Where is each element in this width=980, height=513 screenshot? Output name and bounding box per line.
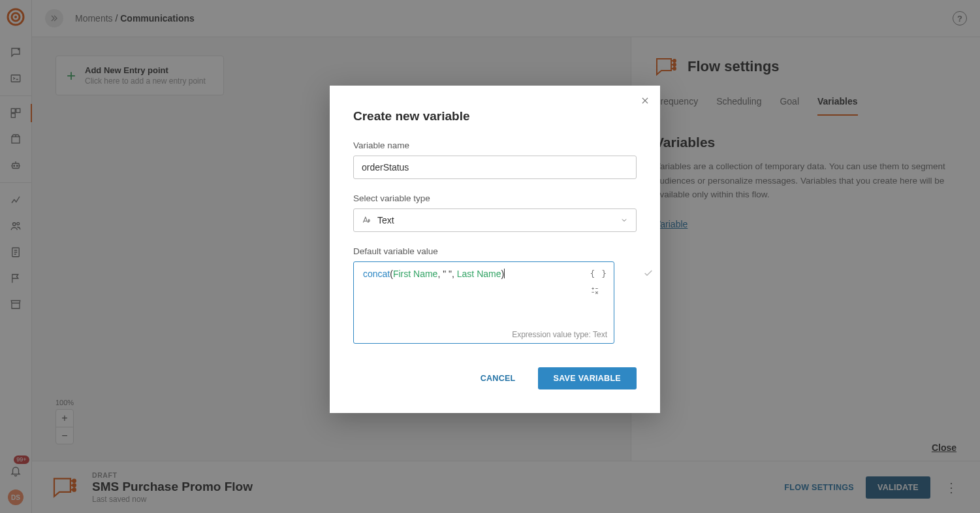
chevron-down-icon	[620, 216, 628, 224]
default-value-label: Default variable value	[353, 246, 637, 256]
variable-type-select[interactable]: Text	[353, 208, 637, 232]
save-variable-button[interactable]: SAVE VARIABLE	[538, 367, 637, 389]
variable-name-input[interactable]	[353, 156, 637, 179]
create-variable-modal: Create new variable Variable name Select…	[330, 86, 660, 413]
text-type-icon	[362, 216, 371, 225]
variable-name-label: Variable name	[353, 141, 637, 150]
close-icon[interactable]	[640, 96, 650, 105]
expression-type-hint: Expression value type: Text	[512, 330, 607, 339]
expression-editor[interactable]: concat(First Name, " ", Last Name) { } E…	[353, 261, 614, 344]
variable-type-label: Select variable type	[353, 193, 637, 203]
modal-title: Create new variable	[353, 109, 637, 124]
check-icon	[643, 268, 654, 278]
variable-type-value: Text	[377, 215, 394, 225]
cancel-button[interactable]: CANCEL	[469, 367, 528, 389]
insert-placeholder-icon[interactable]: { }	[590, 269, 607, 278]
insert-operator-icon[interactable]	[590, 286, 607, 295]
